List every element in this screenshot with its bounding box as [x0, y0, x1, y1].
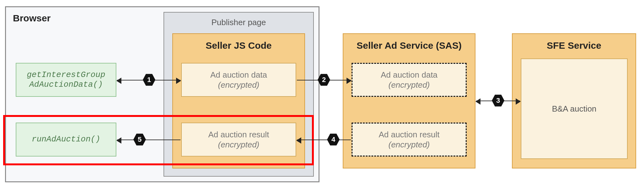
sas-ad-data: Ad auction data (encrypted)	[352, 63, 467, 97]
seller-js-title: Seller JS Code	[173, 40, 304, 51]
text-line: (encrypted)	[388, 140, 430, 150]
seller-js-ad-data: Ad auction data (encrypted)	[181, 63, 296, 97]
step-badge-3: 3	[492, 94, 504, 107]
connector-5	[117, 140, 180, 140]
text-line: Ad auction result	[208, 129, 269, 140]
seller-js-ad-result: Ad auction result (encrypted)	[181, 123, 296, 157]
text-line: Ad auction data	[210, 70, 267, 80]
diagram-stage: Browser Publisher page Seller JS Code Ad…	[0, 0, 644, 187]
api-run-ad-auction: runAdAuction()	[16, 123, 116, 157]
text-line: Ad auction result	[379, 129, 440, 140]
sas-title: Seller Ad Service (SAS)	[343, 40, 475, 51]
browser-title: Browser	[13, 13, 51, 24]
text-line: B&A auction	[552, 104, 597, 114]
step-badge-2: 2	[318, 74, 330, 86]
text-line: (encrypted)	[218, 80, 259, 90]
step-badge-4: 4	[327, 133, 340, 146]
text-line: (encrypted)	[218, 140, 259, 150]
publisher-page-title: Publisher page	[164, 18, 313, 27]
sfe-title: SFE Service	[513, 40, 636, 51]
sfe-content: B&A auction	[521, 58, 628, 159]
text-line: Ad auction data	[381, 70, 438, 80]
sas-ad-result: Ad auction result (encrypted)	[352, 123, 467, 157]
api-get-interest-group: getInterestGroup AdAuctionData()	[16, 63, 116, 97]
text-line: (encrypted)	[388, 80, 430, 90]
connector-4	[297, 140, 351, 140]
